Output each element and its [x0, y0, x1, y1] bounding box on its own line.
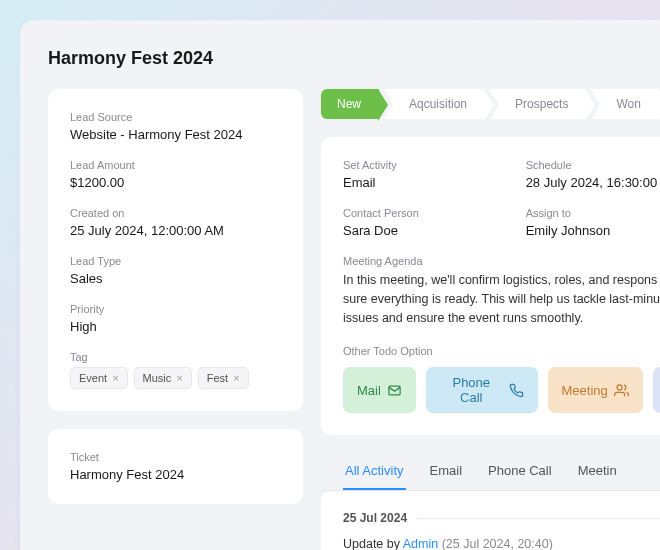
pipeline-stages: New Aqcuisition Prospects Won Los [321, 89, 660, 119]
phone-icon [509, 383, 524, 398]
lead-amount-label: Lead Amount [70, 159, 281, 171]
contact-label: Contact Person [343, 207, 526, 219]
update-timestamp: (25 Jul 2024, 20:40) [438, 537, 553, 550]
tag-remove-icon[interactable]: × [112, 372, 118, 384]
schedule-label: Schedule [526, 159, 660, 171]
tab-all-activity[interactable]: All Activity [343, 453, 406, 490]
lead-type-field: Lead Type Sales [70, 255, 281, 286]
tag-text: Music [143, 372, 172, 384]
tag-chip[interactable]: Music× [134, 367, 192, 389]
mail-icon [387, 383, 402, 398]
todo-phone-button[interactable]: Phone Call [426, 367, 538, 413]
agenda-value: In this meeting, we'll confirm logistics… [343, 271, 660, 327]
assign-field: Assign to Emily Johnson [526, 207, 660, 238]
tag-chip[interactable]: Fest× [198, 367, 249, 389]
tag-list: Event× Music× Fest× [70, 367, 281, 389]
todo-mail-button[interactable]: Mail [343, 367, 416, 413]
todo-options: Mail Phone Call Meeting Note [343, 367, 660, 413]
lead-type-label: Lead Type [70, 255, 281, 267]
date-divider: 25 Jul 2024 [343, 511, 660, 525]
lead-type-value: Sales [70, 271, 281, 286]
lead-priority-field: Priority High [70, 303, 281, 334]
lead-created-label: Created on [70, 207, 281, 219]
tab-phone-call[interactable]: Phone Call [486, 453, 554, 490]
tab-meeting[interactable]: Meetin [576, 453, 619, 490]
timeline-entry: Update by Admin (25 Jul 2024, 20:40) [343, 537, 660, 550]
ticket-label: Ticket [70, 451, 281, 463]
main-layout: Lead Source Website - Harmony Fest 2024 … [48, 89, 660, 550]
tag-chip[interactable]: Event× [70, 367, 128, 389]
lead-priority-label: Priority [70, 303, 281, 315]
detail-row-1: Set Activity Email Schedule 28 July 2024… [343, 159, 660, 190]
ticket-field: Ticket Harmony Fest 2024 [70, 451, 281, 482]
tabs-container: All Activity Email Phone Call Meetin 25 … [321, 453, 660, 550]
lead-source-value: Website - Harmony Fest 2024 [70, 127, 281, 142]
stage-won[interactable]: Won [590, 89, 658, 119]
stage-prospects[interactable]: Prospects [489, 89, 586, 119]
lead-card: Lead Source Website - Harmony Fest 2024 … [48, 89, 303, 411]
contact-field: Contact Person Sara Doe [343, 207, 526, 238]
lead-priority-value: High [70, 319, 281, 334]
contact-value: Sara Doe [343, 223, 526, 238]
ticket-card: Ticket Harmony Fest 2024 [48, 429, 303, 504]
set-activity-label: Set Activity [343, 159, 526, 171]
lead-amount-field: Lead Amount $1200.00 [70, 159, 281, 190]
update-prefix: Update by [343, 537, 403, 550]
lead-created-field: Created on 25 July 2024, 12:00:00 AM [70, 207, 281, 238]
stage-acquisition[interactable]: Aqcuisition [383, 89, 485, 119]
update-user: Admin [403, 537, 438, 550]
assign-value: Emily Johnson [526, 223, 660, 238]
lead-source-field: Lead Source Website - Harmony Fest 2024 [70, 111, 281, 142]
lead-amount-value: $1200.00 [70, 175, 281, 190]
tag-text: Event [79, 372, 107, 384]
svg-point-1 [617, 385, 622, 390]
lead-source-label: Lead Source [70, 111, 281, 123]
lead-created-value: 25 July 2024, 12:00:00 AM [70, 223, 281, 238]
page-title: Harmony Fest 2024 [48, 48, 660, 69]
schedule-value: 28 July 2024, 16:30:00 [526, 175, 660, 190]
todo-mail-label: Mail [357, 383, 381, 398]
divider-line [417, 518, 660, 519]
ticket-value: Harmony Fest 2024 [70, 467, 281, 482]
activity-tabs: All Activity Email Phone Call Meetin [321, 453, 660, 491]
set-activity-value: Email [343, 175, 526, 190]
todo-note-button[interactable]: Note [653, 367, 660, 413]
activity-detail-card: Set Activity Email Schedule 28 July 2024… [321, 137, 660, 435]
agenda-label: Meeting Agenda [343, 255, 660, 267]
users-icon [614, 383, 629, 398]
todo-phone-label: Phone Call [440, 375, 503, 405]
tag-remove-icon[interactable]: × [233, 372, 239, 384]
assign-label: Assign to [526, 207, 660, 219]
todo-label: Other Todo Option [343, 345, 660, 357]
tag-remove-icon[interactable]: × [176, 372, 182, 384]
todo-meeting-label: Meeting [562, 383, 608, 398]
detail-row-2: Contact Person Sara Doe Assign to Emily … [343, 207, 660, 238]
right-column: New Aqcuisition Prospects Won Los Set Ac… [321, 89, 660, 550]
lead-tag-label: Tag [70, 351, 281, 363]
lead-tag-field: Tag Event× Music× Fest× [70, 351, 281, 389]
tab-email[interactable]: Email [428, 453, 465, 490]
left-column: Lead Source Website - Harmony Fest 2024 … [48, 89, 303, 550]
activity-timeline-card: 25 Jul 2024 Update by Admin (25 Jul 2024… [321, 491, 660, 550]
stage-new[interactable]: New [321, 89, 379, 119]
tag-text: Fest [207, 372, 228, 384]
app-container: Harmony Fest 2024 Lead Source Website - … [20, 20, 660, 550]
schedule-field: Schedule 28 July 2024, 16:30:00 [526, 159, 660, 190]
agenda-field: Meeting Agenda In this meeting, we'll co… [343, 255, 660, 327]
set-activity-field: Set Activity Email [343, 159, 526, 190]
timeline-date: 25 Jul 2024 [343, 511, 407, 525]
todo-meeting-button[interactable]: Meeting [548, 367, 643, 413]
